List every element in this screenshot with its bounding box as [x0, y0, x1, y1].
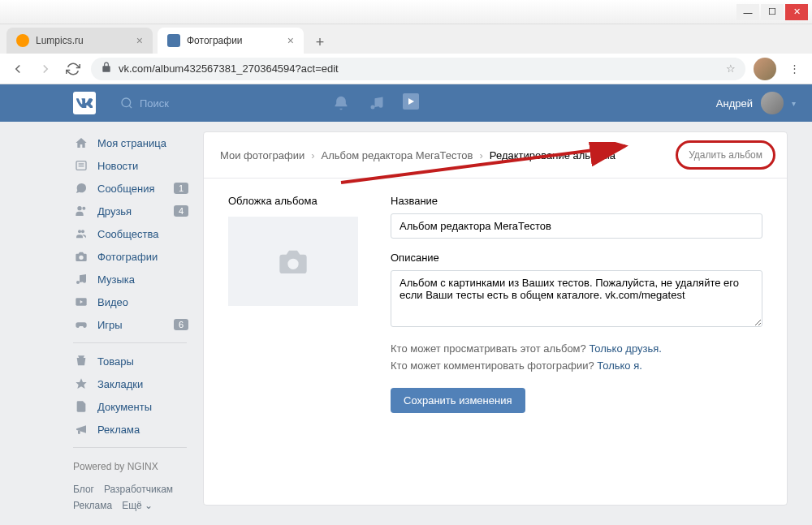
user-avatar-icon: [761, 92, 784, 114]
back-button[interactable]: [8, 59, 28, 79]
delete-album-button[interactable]: Удалить альбом: [680, 145, 771, 165]
user-menu[interactable]: Андрей ▾: [716, 92, 796, 114]
main-panel: Мои фотографии › Альбом редактора МегаТе…: [203, 131, 788, 506]
comment-permission-row: Кто может комментировать фотографии? Тол…: [391, 359, 762, 372]
sidebar-item-group[interactable]: Сообщества: [65, 222, 195, 245]
sidebar-item-news[interactable]: Новости: [65, 154, 195, 177]
window-close-button[interactable]: ✕: [785, 4, 808, 20]
sidebar-item-label: Моя страница: [97, 137, 166, 149]
sidebar-item-message[interactable]: Сообщения1: [65, 177, 195, 200]
play-icon[interactable]: [403, 93, 419, 110]
svg-point-8: [78, 230, 81, 233]
sidebar-item-label: Видео: [97, 296, 128, 308]
sidebar-item-label: Сообщества: [97, 228, 159, 240]
search-box[interactable]: [120, 97, 299, 110]
footer-link[interactable]: Ещё ⌄: [122, 500, 153, 511]
music-icon[interactable]: [367, 93, 387, 113]
svg-line-1: [129, 105, 132, 108]
browser-window: — ☐ ✕ Lumpics.ru × Фотографии × +: [0, 0, 812, 84]
sidebar-item-doc[interactable]: Документы: [65, 395, 195, 418]
search-input[interactable]: [140, 97, 276, 110]
tab-close-icon[interactable]: ×: [136, 34, 143, 47]
tab-title: Lumpics.ru: [36, 35, 130, 46]
svg-point-7: [82, 207, 85, 210]
sidebar-item-video[interactable]: Видео: [65, 290, 195, 313]
svg-marker-2: [408, 98, 414, 105]
address-bar: vk.com/album432567381_270364594?act=edit…: [0, 54, 812, 84]
footer-link[interactable]: Блог: [73, 484, 94, 495]
badge: 1: [174, 183, 188, 194]
sidebar-item-photo[interactable]: Фотографии: [65, 245, 195, 268]
browser-tab-inactive[interactable]: Lumpics.ru ×: [6, 28, 153, 54]
window-minimize-button[interactable]: —: [736, 4, 759, 20]
header-icons: [331, 93, 419, 113]
reload-button[interactable]: [63, 59, 83, 79]
breadcrumb-link[interactable]: Мои фотографии: [220, 149, 304, 161]
svg-marker-12: [76, 378, 86, 389]
footer-link[interactable]: Реклама: [73, 500, 112, 511]
doc-icon: [73, 400, 89, 413]
sidebar-item-home[interactable]: Моя страница: [65, 131, 195, 154]
browser-tab-active[interactable]: Фотографии ×: [158, 28, 304, 54]
tab-title: Фотографии: [187, 35, 281, 46]
album-cover-placeholder[interactable]: [228, 217, 358, 306]
favicon-icon: [16, 34, 29, 47]
forward-button[interactable]: [36, 59, 55, 79]
view-permission-link[interactable]: Только друзья.: [589, 342, 661, 355]
photo-icon: [73, 250, 89, 263]
divider: [73, 342, 187, 343]
cover-column: Обложка альбома: [228, 195, 358, 413]
video-icon: [73, 295, 89, 308]
footer-link[interactable]: Разработчикам: [104, 484, 173, 495]
url-input[interactable]: vk.com/album432567381_270364594?act=edit…: [91, 58, 745, 80]
menu-button[interactable]: ⋮: [784, 59, 804, 79]
sidebar-item-label: Фотографии: [97, 251, 158, 263]
page-body: Моя страницаНовостиСообщения1Друзья4Сооб…: [0, 122, 812, 525]
game-icon: [73, 318, 89, 331]
sidebar-item-star[interactable]: Закладки: [65, 372, 195, 395]
message-icon: [73, 182, 89, 195]
sidebar-item-game[interactable]: Игры6: [65, 313, 195, 336]
vk-header: Андрей ▾: [0, 84, 812, 122]
bookmark-star-icon[interactable]: ☆: [726, 62, 736, 75]
sidebar-item-label: Музыка: [97, 273, 135, 286]
search-icon: [120, 97, 133, 110]
notifications-icon[interactable]: [331, 93, 351, 113]
form-content: Обложка альбома Название Описание Кто мо…: [204, 179, 787, 429]
sidebar-item-label: Документы: [97, 401, 152, 413]
breadcrumb: Мои фотографии › Альбом редактора МегаТе…: [204, 132, 787, 179]
sidebar-item-ad[interactable]: Реклама: [65, 418, 195, 441]
sidebar-item-label: Реклама: [97, 424, 140, 436]
title-label: Название: [391, 195, 762, 207]
url-text: vk.com/album432567381_270364594?act=edit: [119, 62, 339, 75]
lock-icon: [101, 62, 112, 75]
save-button[interactable]: Сохранить изменения: [391, 388, 525, 413]
username: Андрей: [716, 97, 753, 110]
chevron-right-icon: ›: [480, 149, 483, 161]
divider: [73, 447, 187, 448]
comment-permission-link[interactable]: Только я.: [597, 359, 642, 372]
home-icon: [73, 136, 89, 149]
chevron-down-icon: ▾: [792, 99, 796, 108]
badge: 4: [174, 205, 188, 217]
window-maximize-button[interactable]: ☐: [761, 4, 784, 20]
sidebar-item-label: Закладки: [97, 378, 143, 390]
sidebar-item-music[interactable]: Музыка: [65, 268, 195, 290]
sidebar: Моя страницаНовостиСообщения1Друзья4Сооб…: [65, 122, 195, 525]
sidebar-item-label: Новости: [97, 160, 138, 172]
sidebar-item-cart[interactable]: Товары: [65, 350, 195, 372]
breadcrumb-link[interactable]: Альбом редактора МегаТестов: [322, 149, 473, 161]
sidebar-item-label: Товары: [97, 355, 134, 368]
friends-icon: [73, 204, 89, 217]
cart-icon: [73, 355, 89, 368]
new-tab-button[interactable]: +: [309, 31, 331, 54]
tab-close-icon[interactable]: ×: [287, 34, 294, 47]
title-input[interactable]: [391, 213, 762, 239]
vk-logo[interactable]: [73, 92, 96, 114]
description-textarea[interactable]: [391, 270, 762, 327]
sidebar-item-label: Сообщения: [97, 183, 155, 195]
profile-avatar-icon[interactable]: [754, 58, 776, 80]
titlebar: — ☐ ✕: [0, 0, 812, 24]
sidebar-item-friends[interactable]: Друзья4: [65, 200, 195, 222]
breadcrumb-current: Редактирование альбома: [490, 149, 615, 161]
